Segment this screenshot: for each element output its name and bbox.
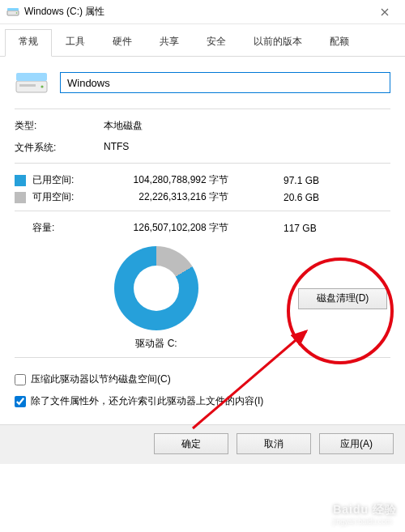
drive-caption: 驱动器 C: bbox=[135, 337, 177, 351]
tab-hardware[interactable]: 硬件 bbox=[99, 29, 146, 56]
ok-button[interactable]: 确定 bbox=[154, 433, 228, 454]
cancel-button[interactable]: 取消 bbox=[237, 433, 311, 454]
divider bbox=[15, 109, 390, 109]
tab-bar: 常规 工具 硬件 共享 安全 以前的版本 配额 bbox=[0, 24, 405, 57]
used-bytes: 104,280,788,992 字节 bbox=[107, 173, 261, 187]
free-swatch-icon bbox=[15, 192, 26, 203]
free-size: 20.6 GB bbox=[261, 192, 390, 203]
usage-pie-chart bbox=[114, 246, 198, 330]
filesystem-label: 文件系统: bbox=[15, 141, 104, 155]
apply-button[interactable]: 应用(A) bbox=[319, 433, 394, 454]
disk-cleanup-button[interactable]: 磁盘清理(D) bbox=[298, 288, 387, 309]
tab-security[interactable]: 安全 bbox=[193, 29, 240, 56]
index-checkbox-label: 除了文件属性外，还允许索引此驱动器上文件的内容(I) bbox=[31, 394, 263, 408]
watermark: Baidu 经验 jingyan.baidu.com bbox=[333, 503, 397, 526]
svg-point-2 bbox=[16, 12, 18, 14]
used-size: 97.1 GB bbox=[261, 175, 390, 186]
general-panel: 类型: 本地磁盘 文件系统: NTFS 已用空间: 104,280,788,99… bbox=[0, 57, 405, 424]
svg-rect-5 bbox=[19, 84, 36, 87]
window-title: Windows (C:) 属性 bbox=[24, 5, 371, 19]
type-label: 类型: bbox=[15, 119, 104, 133]
titlebar: Windows (C:) 属性 bbox=[0, 0, 405, 24]
svg-rect-4 bbox=[16, 73, 47, 81]
svg-rect-1 bbox=[7, 8, 19, 11]
drive-large-icon bbox=[15, 68, 49, 97]
tab-general[interactable]: 常规 bbox=[5, 29, 52, 57]
type-value: 本地磁盘 bbox=[104, 119, 390, 133]
svg-point-6 bbox=[40, 85, 43, 87]
divider bbox=[15, 163, 390, 164]
free-bytes: 22,226,313,216 字节 bbox=[107, 190, 261, 204]
compress-checkbox-label: 压缩此驱动器以节约磁盘空间(C) bbox=[31, 372, 171, 386]
close-button[interactable] bbox=[371, 0, 399, 24]
drive-name-input[interactable] bbox=[60, 72, 390, 93]
annotation-circle-icon bbox=[287, 257, 394, 364]
tab-tools[interactable]: 工具 bbox=[52, 29, 99, 56]
capacity-size: 117 GB bbox=[261, 223, 390, 234]
close-icon bbox=[381, 8, 389, 16]
used-label: 已用空间: bbox=[32, 173, 107, 187]
capacity-label: 容量: bbox=[32, 221, 107, 235]
filesystem-value: NTFS bbox=[104, 141, 390, 155]
drive-icon bbox=[6, 6, 19, 19]
dialog-buttons: 确定 取消 应用(A) bbox=[0, 424, 405, 464]
index-checkbox-row[interactable]: 除了文件属性外，还允许索引此驱动器上文件的内容(I) bbox=[15, 394, 390, 408]
free-label: 可用空间: bbox=[32, 190, 107, 204]
divider bbox=[15, 357, 390, 358]
compress-checkbox[interactable] bbox=[15, 374, 26, 385]
tab-sharing[interactable]: 共享 bbox=[146, 29, 193, 56]
tab-quota[interactable]: 配额 bbox=[316, 29, 363, 56]
compress-checkbox-row[interactable]: 压缩此驱动器以节约磁盘空间(C) bbox=[15, 372, 390, 386]
capacity-bytes: 126,507,102,208 字节 bbox=[107, 221, 261, 235]
used-swatch-icon bbox=[15, 175, 26, 186]
index-checkbox[interactable] bbox=[15, 396, 26, 407]
tab-previous[interactable]: 以前的版本 bbox=[240, 29, 316, 56]
divider bbox=[15, 211, 390, 211]
